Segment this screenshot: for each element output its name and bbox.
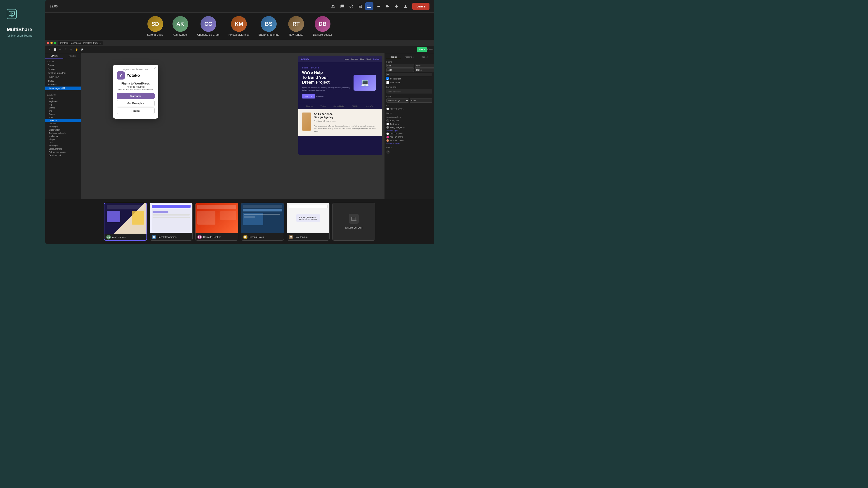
fill-swatch-white[interactable]	[386, 107, 389, 110]
participant-ray-tanaka[interactable]: RT Ray Tanaka	[288, 16, 304, 36]
camera-button[interactable]	[383, 2, 392, 10]
layer-bitmap1[interactable]: Bitmap	[45, 106, 81, 109]
page-home-1449[interactable]: Home page 1449	[45, 87, 81, 90]
toolbar-shapes[interactable]: ◇	[69, 47, 74, 52]
layer-blend-select[interactable]: Pass through	[386, 98, 409, 103]
inspect-tab[interactable]: Inspect	[417, 55, 432, 59]
more-options-button[interactable]: •••	[374, 2, 382, 10]
swatch-f3318f[interactable]	[386, 136, 389, 138]
layer-faq[interactable]: faq	[45, 103, 81, 106]
share-screen-card[interactable]: Share screen	[332, 203, 375, 240]
layer-latest-work[interactable]: Latest Work	[45, 119, 81, 122]
page-symbols[interactable]: Symbols	[45, 83, 81, 87]
participant-babak-shammas[interactable]: BS Babak Shammas	[258, 16, 279, 36]
toolbar-hand[interactable]: ✋	[74, 47, 79, 52]
start-now-button[interactable]: Start now	[117, 93, 155, 99]
thumbnail-aadi-kapoor[interactable]: AK Aadi Kapoor	[104, 203, 147, 240]
auto-layout-checkbox[interactable]	[386, 81, 389, 84]
whiteboard-button[interactable]	[356, 2, 364, 10]
page-design[interactable]: Design	[45, 67, 81, 71]
thumbnail-danielle-booker[interactable]: DB Danielle Booker	[195, 203, 238, 240]
layer-bitmap2[interactable]: Bitmap	[45, 112, 81, 116]
participants-button[interactable]	[329, 2, 337, 10]
nav-about: About	[366, 58, 371, 60]
popup-close-button[interactable]: ✕	[153, 66, 156, 70]
participant-danielle-booker[interactable]: DB Danielle Booker	[313, 16, 332, 36]
frame-h-input[interactable]	[415, 68, 434, 72]
thumbnail-ray-tanaka[interactable]: The only AI customer service solution yo…	[287, 203, 330, 240]
participant-aadi-kapoor[interactable]: AK Aadi Kapoor	[173, 16, 188, 36]
design-tab[interactable]: Design	[386, 55, 401, 59]
layer-opacity-input[interactable]	[410, 98, 432, 103]
participant-krystal-mckinney[interactable]: KM Krystal McKinney	[228, 16, 250, 36]
frame-y-input[interactable]	[415, 64, 434, 68]
share-figma-button[interactable]: Share	[417, 47, 427, 52]
layer-tech-skills[interactable]: Technical skills, de	[45, 131, 81, 135]
sel-swatch-2[interactable]	[386, 123, 389, 125]
see-all-colors-link[interactable]: See all 26 colors	[386, 142, 432, 144]
thumb-footer-1: AK Aadi Kapoor	[104, 234, 147, 240]
clip-content-checkbox[interactable]	[386, 77, 389, 80]
microphone-button[interactable]	[393, 2, 401, 10]
prototype-tab[interactable]: Prototype	[402, 55, 416, 59]
see-all-styles-link[interactable]: See all 8 styles	[386, 129, 432, 131]
toolbar-text[interactable]: T	[63, 47, 68, 52]
toolbar-frame[interactable]: ⬜	[53, 47, 57, 52]
swatch-ef8c5f[interactable]	[386, 139, 389, 142]
reactions-button[interactable]	[347, 2, 355, 10]
toolbar-zoom[interactable]: 100%	[427, 47, 432, 52]
participant-charlotte-de-crum[interactable]: CC Charlotte de Crum	[197, 16, 219, 36]
layer-map[interactable]: map	[45, 97, 81, 100]
layers-tab[interactable]: Layers	[45, 53, 63, 59]
tutorial-button[interactable]: Tutorial	[117, 107, 155, 114]
page-styles[interactable]: Styles	[45, 79, 81, 83]
page-plugin-tour[interactable]: Plugin tour	[45, 75, 81, 79]
help-button[interactable]: ?	[386, 150, 390, 154]
figma-tab[interactable]: Portfolio_Responsive_Template_from_...	[58, 41, 103, 45]
figma-canvas[interactable]: Agency Home Services Blog About Contact	[81, 53, 384, 199]
sel-color-2: Text_Light	[386, 123, 432, 125]
avatar-ray-tanaka: RT	[288, 16, 304, 32]
participant-serena-davis[interactable]: SD Serena Davis	[147, 16, 163, 36]
assets-tab[interactable]: Assets	[63, 53, 81, 59]
upload-button[interactable]	[401, 2, 410, 10]
layer-discover-more[interactable]: Discover More	[45, 147, 81, 151]
toolbar-move[interactable]: ▸	[47, 47, 52, 52]
chat-button[interactable]	[338, 2, 346, 10]
layer-tabs[interactable]: tabs	[45, 116, 81, 119]
layer-img[interactable]: img	[45, 109, 81, 112]
opacity-ef8c5f: 100%	[399, 139, 404, 142]
thumbnail-serena-davis[interactable]: SD Serena Davis	[241, 203, 284, 240]
page-cover[interactable]: Cover	[45, 64, 81, 67]
hero-cta-button[interactable]: Start now	[302, 94, 315, 98]
layer-shape[interactable]: Shape	[45, 138, 81, 141]
layer-marketing[interactable]: Marketing	[45, 135, 81, 138]
avatar-danielle-booker: DB	[315, 16, 331, 32]
thumbnail-babak-shammas[interactable]: BS Babak Shammas	[150, 203, 193, 240]
layer-oval[interactable]: Oval	[45, 141, 81, 144]
frame-rotation-input[interactable]	[386, 73, 432, 76]
share-screen-button[interactable]	[365, 2, 373, 10]
layer-explore-now[interactable]: Explore Now	[45, 128, 81, 131]
layer-rectangle[interactable]: Rectangle	[45, 125, 81, 128]
brand-vortex: Vortex	[320, 105, 326, 107]
leave-button[interactable]: Leave	[412, 3, 430, 10]
toolbar-pen[interactable]: ✏	[58, 47, 63, 52]
rp-layer-label: Layer	[386, 95, 432, 98]
swatch-fff[interactable]	[386, 132, 389, 135]
layer-rectangle2[interactable]: Rectangle	[45, 144, 81, 147]
toolbar-comment[interactable]: 💬	[80, 47, 85, 52]
frame-w-input[interactable]	[386, 68, 414, 72]
layer-portfolio[interactable]: Portfolio	[45, 122, 81, 125]
frame-x-input[interactable]	[386, 64, 414, 68]
layer-development[interactable]: Development	[45, 154, 81, 157]
layer-full-service[interactable]: Full service range i	[45, 151, 81, 154]
page-yotako-tour[interactable]: Yotako Figma tour	[45, 71, 81, 75]
sel-swatch-1[interactable]	[386, 119, 389, 122]
get-examples-button[interactable]: Get Examples	[117, 100, 155, 106]
sel-swatch-3[interactable]	[386, 126, 389, 129]
layer-keyboard[interactable]: Keyboard	[45, 100, 81, 103]
participant-name: Charlotte de Crum	[197, 33, 219, 36]
nav-home: Home	[344, 58, 348, 60]
popup-beta-label: Figma to WordPress - Beta	[117, 68, 155, 70]
